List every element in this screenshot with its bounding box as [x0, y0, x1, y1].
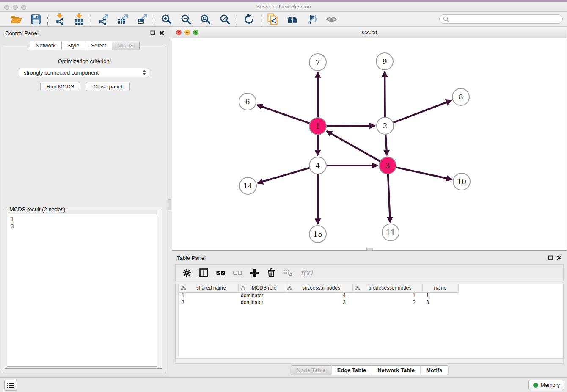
- graph-edge-1-6[interactable]: [257, 105, 310, 123]
- cell-name[interactable]: 1: [422, 292, 458, 299]
- cell-mcds-role[interactable]: dominator: [238, 292, 285, 299]
- graph-node-label-10: 10: [457, 177, 466, 186]
- graph-node-label-2: 2: [383, 121, 387, 130]
- mcds-panel: Optimization criterion: strongly connect…: [3, 46, 166, 373]
- toggle-annotations-icon[interactable]: [306, 13, 318, 25]
- col-header-name[interactable]: name: [422, 284, 458, 292]
- tab-style[interactable]: Style: [62, 41, 85, 50]
- column-type-icon: [287, 286, 292, 290]
- cell-name[interactable]: 3: [422, 299, 458, 306]
- table-toolbar: f(x): [175, 264, 564, 281]
- close-panel-button[interactable]: Close panel: [86, 82, 130, 91]
- table-header-row: shared name MCDS role successor nodes pr…: [179, 284, 563, 292]
- criterion-select[interactable]: strongly connected component: [19, 68, 149, 77]
- graph-edge-2-3[interactable]: [385, 134, 387, 155]
- tab-mcds[interactable]: MCDS: [112, 41, 140, 50]
- cell-predecessor-nodes[interactable]: 1: [352, 292, 422, 299]
- select-stepper-icon: [143, 70, 146, 75]
- tab-network[interactable]: Network: [30, 41, 62, 50]
- col-header-successor-nodes[interactable]: successor nodes: [285, 284, 352, 292]
- split-columns-icon[interactable]: [199, 268, 208, 278]
- tab-node-table[interactable]: Node Table: [291, 365, 332, 375]
- tab-select[interactable]: Select: [85, 41, 112, 50]
- memory-status-icon: [533, 383, 538, 388]
- mcds-result-title: MCDS result (2 nodes): [8, 206, 67, 213]
- criterion-select-value: strongly connected component: [24, 69, 99, 76]
- graph-node-label-3: 3: [385, 161, 390, 170]
- memory-button[interactable]: Memory: [528, 380, 564, 390]
- tab-edge-table[interactable]: Edge Table: [332, 365, 372, 375]
- deselect-all-columns-icon[interactable]: [233, 268, 242, 278]
- graph-edge-2-8[interactable]: [393, 101, 451, 123]
- export-table-icon[interactable]: [116, 13, 129, 25]
- save-session-icon[interactable]: [29, 13, 42, 25]
- home-icon[interactable]: [286, 13, 299, 25]
- cell-shared-name[interactable]: 1: [179, 292, 238, 299]
- cell-shared-name[interactable]: 3: [179, 299, 238, 306]
- graph-node-label-4: 4: [315, 161, 320, 170]
- tab-motifs[interactable]: Motifs: [421, 365, 448, 375]
- delete-table-icon: [284, 268, 292, 278]
- tab-network-table[interactable]: Network Table: [372, 365, 421, 375]
- show-graphics-details-icon[interactable]: [325, 13, 338, 25]
- select-all-columns-icon[interactable]: [216, 268, 225, 278]
- clone-network-icon[interactable]: [267, 13, 279, 25]
- optimization-criterion-label: Optimization criterion:: [3, 58, 166, 64]
- col-header-predecessor-nodes[interactable]: predecessor nodes: [352, 284, 422, 292]
- delete-column-icon[interactable]: [267, 268, 275, 278]
- vertical-splitter-handle[interactable]: [168, 199, 171, 210]
- graph-node-label-6: 6: [245, 97, 250, 106]
- add-column-icon[interactable]: [250, 268, 259, 278]
- cell-successor-nodes[interactable]: 4: [285, 292, 352, 299]
- mcds-result-text[interactable]: 1 3: [7, 214, 160, 367]
- zoom-fit-icon[interactable]: [199, 13, 212, 25]
- main-toolbar: [0, 12, 567, 27]
- zoom-selected-icon[interactable]: [218, 13, 231, 25]
- col-header-mcds-role[interactable]: MCDS role: [238, 284, 285, 292]
- settings-gear-icon[interactable]: [182, 268, 191, 278]
- table-panel-tabs: Node Table Edge Table Network Table Moti…: [291, 365, 449, 375]
- zoom-in-icon[interactable]: [160, 13, 173, 25]
- close-panel-icon[interactable]: [557, 255, 562, 260]
- col-header-shared-name[interactable]: shared name: [179, 284, 238, 292]
- export-image-icon[interactable]: [136, 13, 149, 25]
- open-session-icon[interactable]: [10, 13, 22, 25]
- table-row[interactable]: 1 dominator 4 1 1: [179, 292, 563, 299]
- horizontal-splitter-handle[interactable]: [366, 248, 373, 251]
- search-box[interactable]: [439, 14, 563, 24]
- function-builder-icon: f(x): [300, 268, 313, 278]
- cell-predecessor-nodes[interactable]: 2: [352, 299, 422, 306]
- result-scrollbar[interactable]: [157, 210, 162, 368]
- close-panel-icon[interactable]: [159, 30, 164, 36]
- cell-successor-nodes[interactable]: 3: [285, 299, 352, 306]
- cell-mcds-role[interactable]: dominator: [238, 299, 285, 306]
- graph-node-label-8: 8: [458, 93, 463, 101]
- apply-preferred-layout-icon[interactable]: [242, 13, 255, 25]
- graph-edge-3-10[interactable]: [396, 167, 452, 179]
- zoom-out-icon[interactable]: [179, 13, 192, 25]
- run-mcds-button[interactable]: Run MCDS: [40, 82, 80, 91]
- control-panel: Control Panel Network Style Select MCDS …: [0, 27, 169, 377]
- graph-edge-4-14[interactable]: [258, 168, 310, 183]
- table-panel: Table Panel f(x): [172, 251, 567, 377]
- float-panel-icon[interactable]: [150, 30, 155, 36]
- graph-edge-3-11[interactable]: [388, 174, 390, 222]
- network-window-titlebar[interactable]: scc.txt: [172, 27, 567, 38]
- search-input[interactable]: [451, 16, 559, 22]
- graph-edge-1-2[interactable]: [326, 126, 375, 126]
- column-type-icon: [241, 286, 245, 290]
- status-bar: Memory: [0, 377, 567, 392]
- list-icon: [7, 382, 14, 389]
- task-history-button[interactable]: [4, 380, 17, 391]
- export-network-icon[interactable]: [97, 13, 110, 25]
- search-icon: [443, 16, 449, 22]
- float-panel-icon[interactable]: [548, 255, 553, 260]
- cell-filler: [458, 292, 563, 299]
- graph-edge-3-1[interactable]: [327, 131, 380, 161]
- network-canvas[interactable]: 7968124314101511: [172, 38, 567, 250]
- graph-edge-2-9[interactable]: [385, 72, 385, 117]
- import-network-icon[interactable]: [53, 13, 66, 25]
- table-horizontal-scrollbar[interactable]: [175, 358, 564, 364]
- import-table-icon[interactable]: [73, 13, 85, 25]
- table-row[interactable]: 3 dominator 3 2 3: [179, 299, 563, 306]
